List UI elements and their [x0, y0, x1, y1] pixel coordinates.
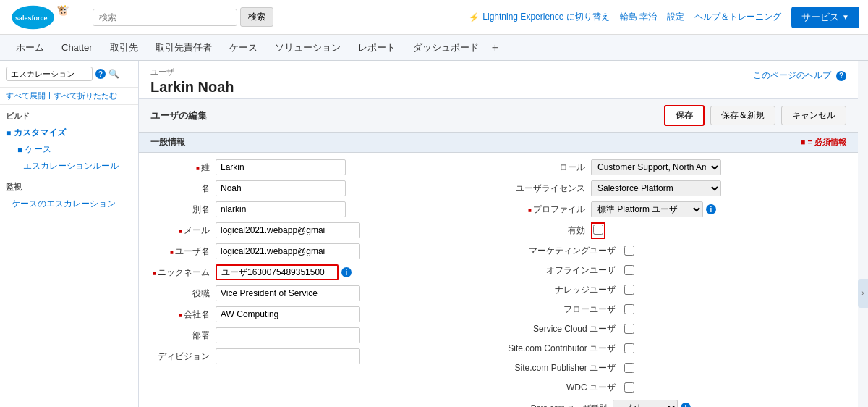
sidebar-search-icon[interactable]: 🔍	[109, 69, 119, 79]
right-role-row: ロール Customer Support, North America	[504, 159, 846, 176]
search-button[interactable]: 検索	[240, 7, 273, 27]
sidebar-collapse-tab[interactable]: ›	[858, 279, 868, 308]
nav-dashboards[interactable]: ダッシュボード	[406, 35, 486, 60]
wdc-user-row: WDC ユーザ	[504, 379, 846, 395]
form-left: 姓 名 別名 メール ユ	[150, 159, 493, 407]
offline-user-checkbox[interactable]	[624, 265, 634, 275]
service-button[interactable]: サービス ▼	[791, 7, 859, 28]
alias-input[interactable]	[216, 201, 346, 217]
nav-reports[interactable]: レポート	[351, 35, 403, 60]
form-title: ユーザの編集	[150, 109, 207, 122]
wdc-user-checkbox[interactable]	[624, 382, 634, 393]
lightning-switch[interactable]: ⚡ Lightning Experience に切り替え	[469, 11, 609, 23]
username-input[interactable]	[216, 243, 360, 259]
nickname-info-icon[interactable]: i	[341, 267, 352, 277]
company-label: 会社名	[150, 309, 216, 321]
service-cloud-checkbox[interactable]	[624, 324, 634, 334]
expand-all-btn[interactable]: すべて展開	[6, 91, 46, 101]
user-license-select[interactable]: Salesforce Platform	[591, 180, 721, 196]
profile-label: プロファイル	[504, 204, 591, 216]
knowledge-user-row: ナレッジユーザ	[504, 282, 846, 298]
sidebar: ? 🔍 すべて展開 | すべて折りたたむ ビルド ■ カスタマイズ ■ ケース …	[0, 61, 139, 407]
service-cloud-row: Service Cloud ユーザ	[504, 321, 846, 337]
breadcrumb: ユーザ	[150, 67, 846, 77]
role-row: 役職	[150, 285, 493, 302]
nav-home[interactable]: ホーム	[9, 35, 51, 60]
nav-cases[interactable]: ケース	[222, 35, 265, 60]
email-label: メール	[150, 225, 216, 237]
search-input[interactable]	[93, 9, 237, 26]
nickname-field-wrap: i	[216, 264, 352, 280]
user-license-label: ユーザライセンス	[504, 182, 591, 195]
save-new-button[interactable]: 保存＆新規	[710, 106, 775, 125]
collapse-all-btn[interactable]: すべて折りたたむ	[54, 91, 117, 101]
cancel-button[interactable]: キャンセル	[781, 106, 846, 125]
lightning-switch-label[interactable]: Lightning Experience に切り替え	[482, 11, 609, 23]
nav-solutions[interactable]: ソリューション	[268, 35, 348, 60]
offline-user-row: オフラインユーザ	[504, 262, 846, 278]
checkbox-icon: ■	[6, 128, 11, 138]
sidebar-case[interactable]: ■ ケース	[0, 141, 138, 158]
last-name-input[interactable]	[216, 159, 346, 175]
save-button[interactable]: 保存	[664, 105, 705, 126]
nav-add[interactable]: +	[489, 38, 501, 57]
nickname-input[interactable]	[216, 264, 339, 280]
department-row: 部署	[150, 327, 493, 344]
checkbox-icon-case: ■	[17, 145, 22, 155]
sidebar-info-icon[interactable]: ?	[95, 69, 106, 79]
datacom-type-info-icon[interactable]: i	[681, 403, 691, 407]
search-area: 検索	[93, 7, 295, 27]
page-title: Larkin Noah	[150, 79, 846, 96]
logo-area: salesforce 🐮	[9, 4, 81, 30]
top-header: salesforce 🐮 検索 ⚡ Lightning Experience に…	[0, 0, 868, 35]
content-area: このページのヘルプ ? ユーザ Larkin Noah ユーザの編集 保存 保存…	[139, 61, 858, 407]
salesforce-logo: salesforce 🐮	[9, 4, 81, 30]
division-input[interactable]	[216, 348, 360, 364]
email-input[interactable]	[216, 222, 360, 238]
profile-info-icon[interactable]: i	[706, 204, 716, 214]
division-row: ディビジョン	[150, 348, 493, 365]
alias-row: 別名	[150, 201, 493, 218]
job-title-input[interactable]	[216, 285, 360, 301]
collapse-arrow-icon: ›	[861, 289, 864, 297]
nav-chatter[interactable]: Chatter	[54, 36, 100, 59]
sidebar-toggle-area: すべて展開 | すべて折りたたむ	[0, 88, 138, 105]
flow-user-checkbox[interactable]	[624, 304, 634, 314]
datacom-type-select[interactable]: —なし—	[613, 400, 678, 407]
lightning-icon: ⚡	[469, 12, 480, 22]
help-icon: ?	[836, 71, 846, 81]
marketing-user-checkbox[interactable]	[624, 246, 634, 256]
svg-text:🐮: 🐮	[56, 4, 70, 17]
first-name-input[interactable]	[216, 180, 346, 196]
company-input[interactable]	[216, 306, 360, 322]
knowledge-user-checkbox[interactable]	[624, 285, 634, 295]
settings-link[interactable]: 設定	[667, 11, 684, 23]
chevron-down-icon: ▼	[842, 13, 849, 21]
role-select[interactable]: Customer Support, North America	[591, 159, 721, 175]
nav-contacts[interactable]: 取引先責任者	[148, 35, 219, 60]
sidebar-build-title: ビルド	[0, 105, 138, 125]
username-row: ユーザ名	[150, 243, 493, 260]
nav-accounts[interactable]: 取引先	[103, 35, 145, 60]
help-link-header[interactable]: ヘルプ＆トレーニング	[694, 11, 781, 23]
sitecom-contributor-checkbox[interactable]	[624, 343, 634, 353]
sidebar-escalation-rule[interactable]: エスカレーションルール	[0, 158, 138, 175]
marketing-user-label: マーケティングユーザ	[504, 245, 620, 257]
user-menu[interactable]: 輪島 幸治	[620, 11, 657, 23]
knowledge-user-label: ナレッジユーザ	[504, 284, 620, 296]
sidebar-case-escalation[interactable]: ケースのエスカレーション	[0, 196, 138, 212]
profile-select[interactable]: 標準 Platform ユーザ	[591, 201, 703, 217]
sitecom-publisher-checkbox[interactable]	[624, 363, 634, 373]
department-label: 部署	[150, 330, 216, 342]
sidebar-search-input[interactable]	[6, 67, 93, 81]
department-input[interactable]	[216, 327, 360, 343]
form-grid: 姓 名 別名 メール ユ	[139, 153, 858, 407]
active-checkbox[interactable]	[593, 225, 603, 235]
page-help-link[interactable]: このページのヘルプ ?	[753, 70, 846, 82]
last-name-row: 姓	[150, 159, 493, 176]
sidebar-customize[interactable]: ■ カスタマイズ	[0, 125, 138, 141]
nav-bar: ホーム Chatter 取引先 取引先責任者 ケース ソリューション レポート …	[0, 35, 868, 61]
form-toolbar: ユーザの編集 保存 保存＆新規 キャンセル	[139, 99, 858, 133]
profile-row: プロファイル 標準 Platform ユーザ i	[504, 201, 846, 218]
flow-user-label: フローユーザ	[504, 303, 620, 316]
